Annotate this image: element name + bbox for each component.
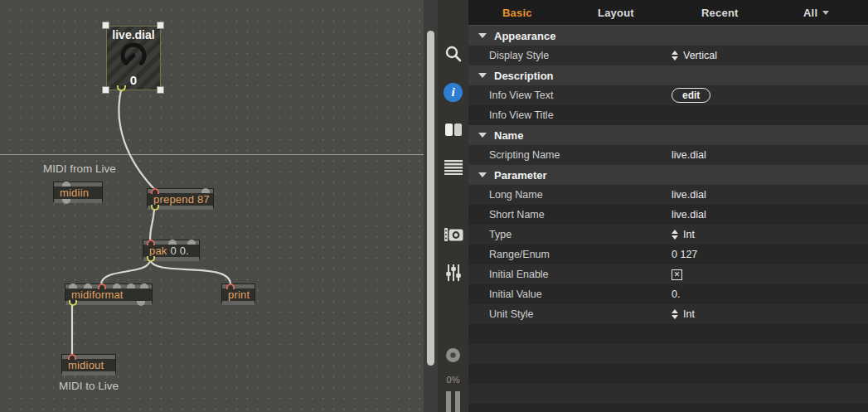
object-midiout[interactable]: midiout — [61, 354, 116, 374]
section-description[interactable]: Description — [468, 65, 868, 85]
list-icon — [444, 160, 463, 175]
unit-style-value[interactable]: Int — [683, 308, 695, 320]
outlet-bar — [222, 301, 255, 305]
stepper-control[interactable] — [672, 309, 678, 319]
long-name-value[interactable]: live.dial — [672, 189, 706, 201]
search-icon — [444, 45, 463, 63]
inlet[interactable] — [113, 284, 121, 288]
row-unit-style: Unit Style Int — [468, 304, 868, 324]
inlet[interactable] — [201, 188, 210, 193]
initial-enable-checkbox[interactable] — [672, 269, 682, 280]
empty-row — [468, 384, 868, 404]
stepper-control[interactable] — [672, 51, 678, 61]
row-short-name: Short Name live.dial — [468, 205, 868, 225]
selection-handle[interactable] — [157, 22, 164, 29]
inspector-button-active[interactable]: i — [438, 82, 468, 102]
object-print[interactable]: print — [221, 284, 255, 303]
dial-outlet[interactable] — [117, 85, 126, 91]
inlet-bar — [54, 182, 102, 187]
selection-handle[interactable] — [157, 86, 164, 94]
inlet[interactable] — [187, 240, 196, 245]
tab-recent[interactable]: Recent — [701, 0, 739, 26]
object-pak[interactable]: pak 0 0. — [143, 240, 200, 259]
patch-cord[interactable] — [101, 259, 150, 284]
inspector-tabbar: Basic Layout Recent All — [468, 0, 868, 26]
tab-all[interactable]: All — [803, 0, 829, 26]
inlet-connected[interactable] — [151, 188, 159, 194]
stepper-control[interactable] — [672, 230, 678, 240]
empty-row — [468, 344, 868, 364]
inlet-connected[interactable] — [98, 284, 106, 289]
object-text: prepend 87 — [148, 193, 213, 206]
inlet[interactable] — [69, 284, 77, 288]
dial-knob[interactable] — [118, 41, 149, 71]
inlet-bar — [148, 189, 213, 193]
inlet-bar — [62, 355, 115, 359]
search-button[interactable] — [438, 43, 468, 65]
row-type: Type Int — [468, 225, 868, 245]
inlet[interactable] — [62, 182, 70, 187]
console-button[interactable] — [438, 159, 468, 176]
tab-basic[interactable]: Basic — [502, 0, 532, 26]
record-indicator[interactable] — [438, 347, 468, 363]
object-prepend[interactable]: prepend 87 — [147, 188, 214, 208]
outlet-connected[interactable] — [151, 205, 159, 211]
dual-view-button[interactable] — [438, 120, 468, 138]
initial-value-value[interactable]: 0. — [672, 288, 680, 300]
selection-handle[interactable] — [102, 22, 109, 29]
inlet-bar — [65, 284, 152, 288]
canvas-scrollbar-thumb[interactable] — [427, 31, 434, 366]
snapshot-button[interactable] — [438, 225, 468, 244]
parameters-button[interactable] — [438, 263, 468, 283]
section-appearance[interactable]: Appearance — [468, 26, 868, 46]
section-title: Appearance — [494, 30, 555, 42]
inlet-bar — [143, 240, 199, 245]
inlet-connected[interactable] — [68, 354, 76, 360]
section-name[interactable]: Name — [468, 125, 868, 145]
collapse-triangle-icon — [478, 73, 487, 78]
inlet-connected[interactable] — [147, 240, 155, 245]
outlet-bar — [143, 257, 199, 261]
object-midiin[interactable]: midiin — [53, 182, 103, 202]
inlet-connected[interactable] — [226, 284, 235, 289]
type-value[interactable]: Int — [683, 229, 695, 240]
object-text-head: pak — [149, 245, 167, 257]
empty-row — [468, 404, 868, 412]
empty-row — [468, 324, 868, 344]
chevron-down-icon — [822, 11, 829, 15]
section-parameter[interactable]: Parameter — [468, 165, 868, 185]
pause-button[interactable] — [438, 391, 468, 412]
range-enum-value[interactable]: 0 127 — [672, 249, 697, 260]
short-name-value[interactable]: live.dial — [672, 209, 706, 221]
outlet-bar — [62, 371, 115, 376]
patch-cord[interactable] — [150, 259, 230, 284]
edit-button[interactable]: edit — [672, 88, 710, 103]
object-text: midiin — [54, 187, 102, 199]
right-toolbar: i — [438, 0, 468, 412]
patch-cord[interactable] — [119, 90, 154, 189]
object-midiformat[interactable]: midiformat — [65, 284, 153, 303]
sliders-icon — [446, 264, 461, 281]
outlet-connected[interactable] — [69, 300, 77, 306]
patch-cord[interactable] — [150, 207, 154, 240]
outlet-bar — [54, 199, 102, 203]
outlet-connected[interactable] — [147, 256, 155, 262]
selection-handle[interactable] — [102, 86, 109, 94]
display-style-value[interactable]: Vertical — [683, 50, 717, 61]
patcher-canvas[interactable]: live.dial 0 MIDI from Live MIDI to Live … — [0, 0, 424, 412]
columns-icon — [444, 123, 463, 137]
comment-midi-from-live[interactable]: MIDI from Live — [43, 162, 116, 175]
inlet[interactable] — [84, 284, 92, 288]
inlet[interactable] — [140, 284, 148, 288]
object-text: print — [222, 288, 255, 301]
live-dial-object[interactable]: live.dial 0 — [106, 26, 161, 90]
tab-layout[interactable]: Layout — [598, 0, 634, 26]
row-initial-enable: Initial Enable — [468, 264, 868, 284]
scripting-name-value[interactable]: live.dial — [672, 149, 706, 161]
tab-all-label: All — [803, 7, 817, 19]
inlet[interactable] — [127, 284, 135, 288]
row-info-view-text: Info View Text edit — [468, 85, 868, 105]
section-title: Name — [494, 129, 523, 142]
inlet[interactable] — [168, 240, 177, 245]
comment-midi-to-live[interactable]: MIDI to Live — [59, 380, 119, 392]
